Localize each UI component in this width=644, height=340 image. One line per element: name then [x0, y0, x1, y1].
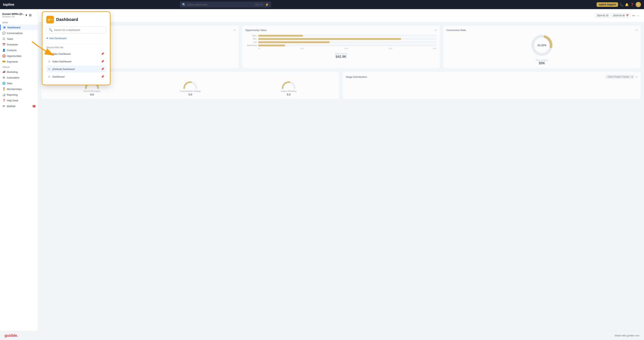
sidebar-item-label-sites: Sites: [7, 82, 12, 85]
dd-pin-icon-default[interactable]: 📌: [101, 67, 104, 71]
dd-pin-icon-sales[interactable]: 📌: [101, 60, 104, 63]
svg-text:22.22%: 22.22%: [538, 44, 547, 47]
dd-item-label-main: Main Dashboard: [52, 52, 99, 55]
sidebar-item-contacts[interactable]: 👤 Contacts: [0, 47, 38, 53]
mailfold-badge: 6: [32, 105, 36, 107]
workspace-name: Dunder Mifflin [D...: [2, 12, 24, 15]
sidebar-item-memberships[interactable]: 🏅 Memberships: [0, 86, 38, 92]
opp-bar-chart: Open Won Lost Abandoned: [245, 34, 437, 50]
topnav: topline 🔍 Ctrl + K ⚡ topline Support 📞 🔔…: [0, 0, 644, 9]
search-icon: 🔍: [182, 3, 186, 6]
dd-search-input[interactable]: [54, 28, 104, 31]
tasks-icon: ☑: [2, 37, 5, 40]
gauge-organic-label: Organic Marketing: [241, 90, 336, 92]
dd-item-icon-dashboard: ⊟: [48, 75, 50, 78]
dd-icon-button[interactable]: ⊞ ▾: [46, 16, 54, 23]
dd-pin-icon-dashboard[interactable]: 📌: [101, 75, 104, 78]
workspace-sub: Scranton, PA: [2, 15, 24, 18]
guidde-text: Made with guidde.com: [615, 334, 640, 337]
opp-metric-value: $42.9K: [245, 55, 437, 59]
sidebar-item-sites[interactable]: 🌐 Sites: [0, 80, 38, 86]
sidebar-item-label-dashboard: Dashboard: [8, 26, 20, 29]
dd-search[interactable]: 🔍: [46, 26, 106, 33]
dd-item-label-default: (Default) Dashboard: [52, 68, 99, 71]
dd-pin-icon-main[interactable]: 📌: [101, 52, 104, 55]
phone-icon[interactable]: 📞: [620, 3, 624, 6]
support-button[interactable]: topline Support: [596, 2, 618, 7]
dd-grid-icon: ⊞: [48, 18, 50, 21]
tools-section-label: Tools: [0, 64, 38, 69]
dd-item-icon-default: ⊟: [48, 67, 50, 71]
conv-metric-value: $5K: [446, 61, 638, 65]
apps-section-label: Apps: [0, 20, 38, 24]
topnav-search[interactable]: 🔍 Ctrl + K ⚡: [180, 1, 271, 7]
sidebar-item-conversations[interactable]: 💬 Conversations: [0, 30, 38, 36]
sidebar-item-reporting[interactable]: 📊 Reporting: [0, 92, 38, 98]
dd-item-sales[interactable]: ⊟ Sales Dashboard 📌: [46, 58, 106, 65]
opp-filter-icon[interactable]: ⇄: [434, 28, 437, 31]
opp-card-title: Opportunity Value: [245, 29, 266, 31]
opp-metric: Total revenue $42.9K: [245, 52, 437, 59]
sidebar-item-dashboard[interactable]: ⊞ Dashboard: [0, 24, 38, 30]
dd-section-label: Shared With Me: [46, 46, 106, 49]
dashboard-icon: ⊞: [3, 26, 6, 29]
guidde-logo: guidde.: [4, 333, 18, 338]
dd-item-default[interactable]: ⊟ (Default) Dashboard 📌: [46, 66, 106, 72]
edit-button[interactable]: ✏: [632, 14, 635, 17]
dashboard-header-right: 2024-02-25 → 2024-03-26 📅 ✏ ⋯: [595, 13, 640, 18]
sidebar-item-label-conversations: Conversations: [7, 32, 23, 35]
stage-dropdown[interactable]: Client Project Tracker: [606, 75, 634, 79]
search-input[interactable]: [187, 3, 253, 6]
sidebar-item-marketing[interactable]: 📣 Marketing: [0, 69, 38, 75]
sidebar-item-opportunities[interactable]: ⭕ Opportunities: [0, 53, 38, 59]
sidebar-item-label-payments: Payments: [7, 60, 18, 63]
workspace-switcher[interactable]: Dunder Mifflin [D... Scranton, PA ▾ ⊟: [0, 11, 38, 20]
sidebar-item-label-helpdesk: Help Desk: [7, 99, 18, 102]
memberships-icon: 🏅: [2, 87, 5, 91]
date-start: 2024-02-25: [597, 14, 608, 17]
conv-metric: Won revenue $5K: [446, 59, 638, 65]
conv-filter-icon[interactable]: ⇄: [636, 28, 638, 31]
marketing-icon: 📣: [2, 70, 5, 73]
dd-item-main[interactable]: ⊟ Main Dashboard 📌: [46, 50, 106, 57]
sidebar-item-label-contacts: Contacts: [7, 49, 16, 52]
chevron-down-icon: ▾: [26, 13, 27, 17]
bar-x-labels: $0 $10K $20K $30K $40K: [258, 47, 437, 49]
dd-item-dashboard[interactable]: ⊟ Dashboard 📌: [46, 73, 106, 80]
dashboard-header: ⊞ ▾ Dashboard 2024-02-25 → 2024-03-26 📅 …: [38, 9, 644, 22]
sidebar-item-label-opportunities: Opportunities: [7, 55, 22, 57]
dd-divider: [46, 44, 106, 44]
contacts-icon: 👤: [2, 49, 5, 52]
donut-container: 22.22%: [446, 34, 638, 57]
search-shortcut: Ctrl + K: [254, 3, 264, 6]
more-button[interactable]: ⋯: [636, 14, 640, 17]
help-icon[interactable]: ❓: [630, 3, 634, 6]
date-end: 2024-03-26: [613, 14, 625, 17]
conversion-rate-card: Conversion Rate ⇄ 22.22% Won revenue $5K: [443, 25, 641, 68]
sidebar-item-helpdesk[interactable]: ❓ Help Desk: [0, 98, 38, 103]
sidebar-item-tasks[interactable]: ☑ Tasks: [0, 36, 38, 42]
date-range-picker[interactable]: 2024-02-25 → 2024-03-26 📅: [595, 13, 631, 18]
filter-icon[interactable]: ⇄: [234, 28, 236, 31]
gauge-comm: Communication Strategy 5.0: [142, 80, 238, 96]
dashboard-grid: Activity ⇄ Abandoned - 3 s - 3 - 2 n - 1…: [38, 22, 644, 71]
add-dashboard-button[interactable]: + Add Dashboard: [46, 36, 66, 42]
helpdesk-icon: ❓: [2, 99, 5, 102]
gauge-organic-value: 5.0: [241, 93, 336, 96]
mailfold-icon: ✉: [2, 105, 5, 108]
dashboard-dropdown: ⊞ ▾ Dashboard 🔍 + Add Dashboard Shared W…: [42, 11, 110, 85]
topnav-right: topline Support 📞 🔔 ❓ U: [596, 2, 641, 7]
reporting-icon: 📊: [2, 93, 5, 96]
sidebar-item-mailfold[interactable]: ✉ Mailfold 6: [0, 103, 38, 109]
sidebar-item-automation[interactable]: ⚙ Automation: [0, 75, 38, 80]
sidebar-item-payments[interactable]: 💳 Payments: [0, 59, 38, 64]
dd-item-icon-sales: ⊟: [48, 60, 50, 63]
conv-card-header: Conversion Rate ⇄: [446, 28, 638, 31]
bar-row-won: Won: [245, 38, 437, 40]
date-arrow: →: [610, 14, 612, 17]
sidebar-item-scheduler[interactable]: 📅 Scheduler: [0, 42, 38, 47]
dd-item-label-sales: Sales Dashboard: [52, 60, 99, 63]
stage-filter-icon[interactable]: ⇄: [636, 75, 638, 78]
bell-icon[interactable]: 🔔: [625, 3, 629, 6]
avatar[interactable]: U: [636, 2, 641, 7]
